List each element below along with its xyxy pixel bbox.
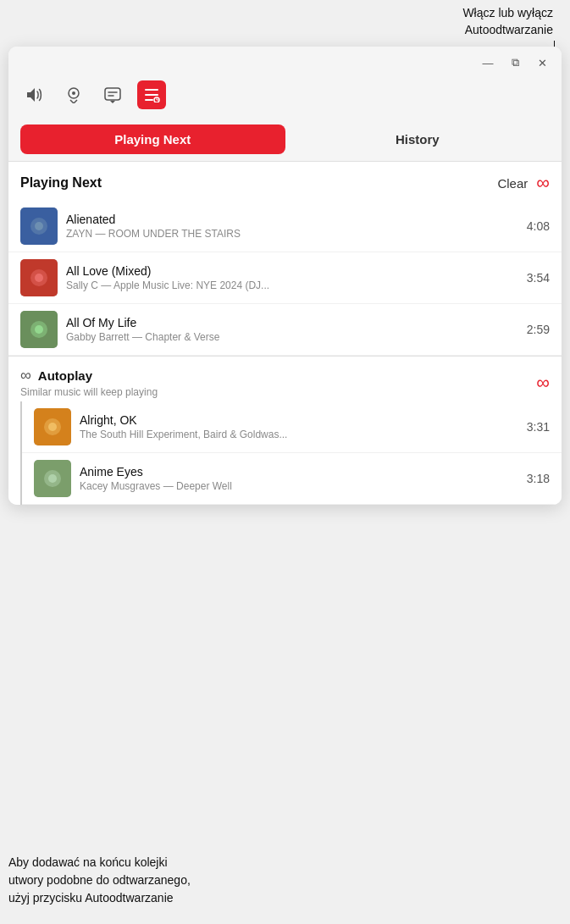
- airplay-button[interactable]: [59, 80, 88, 109]
- track-info: All Love (Mixed) Sally C — Apple Music L…: [66, 264, 518, 291]
- autoplay-track-thumbnail: [34, 408, 71, 445]
- autoplay-title: Autoplay: [38, 368, 92, 383]
- autoplay-track-thumbnail: [34, 460, 71, 497]
- track-info: Alienated ZAYN — ROOM UNDER THE STAIRS: [66, 213, 518, 240]
- annotation-bottom: Aby dodawać na końcu kolejki utwory podo…: [8, 854, 562, 907]
- track-thumbnail: [20, 311, 58, 348]
- svg-point-19: [48, 423, 57, 431]
- tab-playing-next[interactable]: Playing Next: [20, 124, 285, 154]
- svg-point-15: [35, 325, 43, 334]
- track-subtitle: ZAYN — ROOM UNDER THE STAIRS: [66, 228, 518, 240]
- track-list: Alienated ZAYN — ROOM UNDER THE STAIRS 4…: [8, 201, 562, 356]
- autoplay-infinity-icon: ∞: [20, 367, 31, 385]
- autoplay-track-name: Anime Eyes: [80, 465, 518, 479]
- track-duration: 4:08: [527, 219, 550, 233]
- track-name: All Of My Life: [66, 316, 518, 329]
- autoplay-title-row: ∞ Autoplay: [20, 367, 158, 385]
- player-window: — ⧉ ✕: [8, 47, 562, 505]
- annotation-line2: Autoodtwarzanie: [465, 23, 553, 36]
- autoplay-track-subtitle: Kacey Musgraves — Deeper Well: [80, 480, 518, 492]
- autoplay-track-subtitle: The South Hill Experiment, Baird & Goldw…: [80, 429, 518, 440]
- autoplay-disable-button[interactable]: ∞: [536, 372, 550, 394]
- svg-point-11: [35, 274, 43, 282]
- toolbar: [8, 72, 562, 118]
- track-item[interactable]: All Love (Mixed) Sally C — Apple Music L…: [8, 252, 562, 304]
- annotation-line1: Włącz lub wyłącz: [462, 6, 553, 19]
- track-item[interactable]: All Of My Life Gabby Barrett — Chapter &…: [8, 304, 562, 356]
- track-name: Alienated: [66, 213, 518, 226]
- track-thumbnail: [20, 259, 58, 296]
- autoplay-track-name: Alright, OK: [80, 413, 518, 427]
- playing-next-header: Playing Next Clear ∞: [8, 162, 562, 201]
- maximize-button[interactable]: ⧉: [506, 53, 524, 72]
- track-item[interactable]: Alienated ZAYN — ROOM UNDER THE STAIRS 4…: [8, 201, 562, 252]
- section-actions: Clear ∞: [497, 172, 550, 194]
- queue-button[interactable]: [137, 80, 166, 109]
- lyrics-button[interactable]: [98, 80, 127, 109]
- autoplay-info: ∞ Autoplay Similar music will keep playi…: [20, 367, 158, 398]
- track-duration: 2:59: [527, 323, 550, 336]
- track-info: All Of My Life Gabby Barrett — Chapter &…: [66, 316, 518, 343]
- autoplay-subtitle: Similar music will keep playing: [20, 386, 158, 398]
- track-thumbnail: [20, 207, 58, 245]
- annotation-top: Włącz lub wyłącz Autoodtwarzanie: [462, 0, 553, 38]
- autoplay-track-list: Alright, OK The South Hill Experiment, B…: [20, 401, 562, 505]
- autoplay-header: ∞ Autoplay Similar music will keep playi…: [8, 356, 562, 401]
- tab-history[interactable]: History: [285, 124, 551, 154]
- annotation-bottom-text: Aby dodawać na końcu kolejki utwory podo…: [8, 855, 191, 905]
- autoplay-track-info: Anime Eyes Kacey Musgraves — Deeper Well: [80, 465, 518, 492]
- tab-row: Playing Next History: [8, 118, 562, 162]
- section-title: Playing Next: [20, 175, 102, 191]
- autoplay-toggle-icon[interactable]: ∞: [536, 172, 550, 194]
- svg-point-23: [48, 474, 57, 483]
- titlebar: — ⧉ ✕: [8, 47, 562, 72]
- minimize-button[interactable]: —: [479, 53, 497, 72]
- autoplay-track-info: Alright, OK The South Hill Experiment, B…: [80, 413, 518, 440]
- track-subtitle: Gabby Barrett — Chapter & Verse: [66, 331, 518, 343]
- autoplay-track-duration: 3:18: [527, 472, 550, 485]
- volume-button[interactable]: [20, 80, 49, 109]
- autoplay-section: ∞ Autoplay Similar music will keep playi…: [8, 356, 562, 505]
- track-subtitle: Sally C — Apple Music Live: NYE 2024 (DJ…: [66, 279, 518, 291]
- autoplay-track-duration: 3:31: [527, 420, 550, 434]
- close-button[interactable]: ✕: [533, 53, 551, 72]
- autoplay-track-item[interactable]: Anime Eyes Kacey Musgraves — Deeper Well…: [22, 453, 562, 505]
- track-name: All Love (Mixed): [66, 264, 518, 278]
- svg-point-7: [35, 222, 43, 230]
- svg-rect-2: [105, 88, 120, 100]
- track-duration: 3:54: [527, 271, 550, 285]
- svg-point-1: [72, 91, 75, 95]
- autoplay-track-item[interactable]: Alright, OK The South Hill Experiment, B…: [22, 401, 562, 453]
- clear-button[interactable]: Clear: [497, 176, 528, 191]
